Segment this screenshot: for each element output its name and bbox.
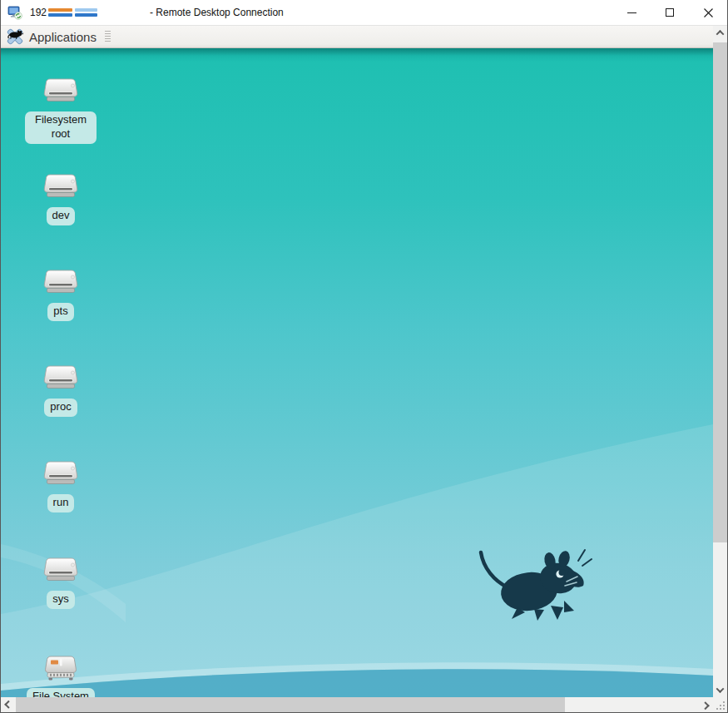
xfce-logo-icon — [6, 27, 24, 46]
drive-icon — [41, 459, 81, 489]
applications-menu-label: Applications — [29, 30, 97, 44]
desktop-icon-sys[interactable]: sys — [22, 556, 99, 609]
desktop-icon-file-system[interactable]: File System — [22, 653, 99, 697]
window-controls — [612, 0, 727, 25]
grip-dots-icon — [723, 701, 725, 703]
xfce-panel: Applications — [1, 26, 713, 48]
vertical-scrollbar-thumb[interactable] — [713, 42, 727, 542]
maximize-icon — [666, 8, 674, 17]
drive-icon — [41, 556, 81, 586]
desktop-icon-dev[interactable]: dev — [22, 172, 99, 225]
remote-desktop-view: Applications — [1, 26, 713, 697]
wallpaper-waves — [1, 48, 713, 697]
titlebar: 192- Remote Desktop Connection — [1, 0, 727, 26]
desktop-icon-label: pts — [47, 303, 73, 321]
scroll-down-button[interactable] — [713, 683, 727, 697]
xfce-mouse-mascot — [478, 539, 594, 622]
drive-icon — [41, 172, 81, 202]
rdp-viewport: Applications — [1, 26, 727, 712]
redacted-port — [75, 8, 97, 17]
applications-menu-button[interactable]: Applications — [1, 26, 102, 47]
close-button[interactable] — [689, 0, 727, 25]
desktop-icon-label: run — [47, 494, 75, 512]
desktop-icon-label: Filesystem root — [25, 111, 97, 144]
desktop-icon-proc[interactable]: proc — [22, 364, 99, 417]
minimize-icon — [627, 12, 636, 13]
horizontal-scrollbar-thumb[interactable] — [16, 697, 565, 712]
chevron-left-icon — [4, 700, 12, 708]
window-title: 192- Remote Desktop Connection — [30, 7, 284, 18]
desktop-icon-label: File System — [27, 688, 95, 697]
close-icon — [703, 7, 714, 18]
resize-grip[interactable] — [713, 697, 727, 712]
scroll-right-button[interactable] — [699, 697, 713, 712]
redacted-ip — [48, 8, 72, 17]
drive-orange-icon — [41, 653, 81, 683]
panel-handle[interactable] — [105, 31, 111, 43]
chevron-right-icon — [701, 701, 710, 710]
desktop-icon-label: sys — [47, 591, 75, 609]
drive-icon — [41, 364, 81, 394]
drive-icon — [41, 77, 81, 106]
scroll-left-button[interactable] — [1, 697, 15, 712]
desktop-icon-label: dev — [47, 207, 76, 225]
rdp-window: 192- Remote Desktop Connection — [0, 0, 728, 713]
minimize-button[interactable] — [612, 0, 651, 25]
chevron-up-icon — [716, 30, 725, 38]
desktop-icon-pts[interactable]: pts — [22, 268, 99, 321]
scroll-up-button[interactable] — [713, 26, 727, 40]
rdp-app-icon — [7, 5, 22, 20]
drive-icon — [41, 268, 81, 298]
desktop-icon-run[interactable]: run — [22, 459, 99, 512]
vertical-scrollbar[interactable] — [713, 26, 727, 697]
desktop: Filesystem root dev — [1, 48, 713, 697]
title-suffix: - Remote Desktop Connection — [150, 7, 284, 18]
title-prefix: 192 — [30, 7, 47, 18]
maximize-button[interactable] — [651, 0, 689, 25]
desktop-icon-label: proc — [44, 399, 77, 417]
horizontal-scrollbar[interactable] — [1, 697, 713, 712]
desktop-icon-filesystem-root[interactable]: Filesystem root — [22, 77, 99, 144]
chevron-down-icon — [716, 685, 725, 693]
